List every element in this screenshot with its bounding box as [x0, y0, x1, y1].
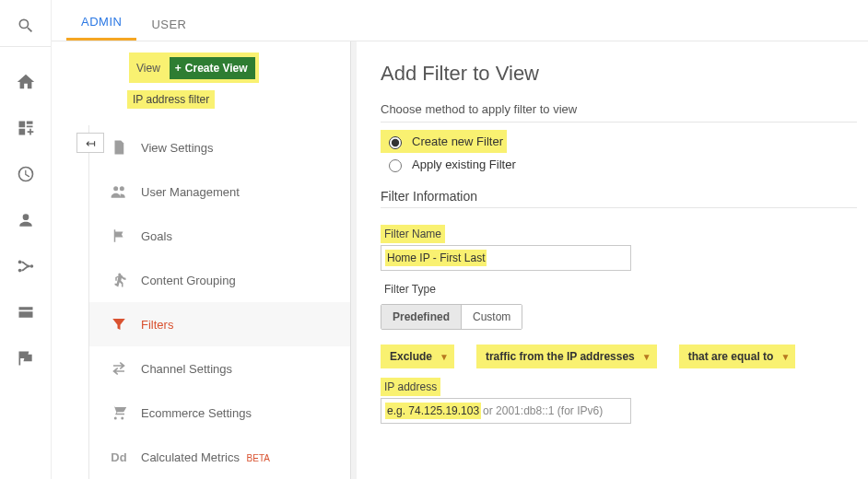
view-name-label: IP address filter: [127, 90, 215, 109]
back-button[interactable]: ↤: [76, 133, 104, 153]
filter-name-label: Filter Name: [381, 225, 445, 243]
top-tabs: ADMIN USER: [52, 0, 868, 41]
nav-channel-settings[interactable]: Channel Settings: [89, 346, 350, 391]
view-label: View: [136, 62, 160, 75]
seg-custom[interactable]: Custom: [461, 305, 522, 329]
svg-point-1: [18, 269, 21, 273]
plus-icon: +: [175, 62, 182, 75]
chevron-down-icon: ▼: [642, 352, 651, 362]
chevron-down-icon: ▼: [780, 352, 790, 362]
view-nav: ↤ View Settings User Management: [88, 125, 350, 479]
cart-icon: [110, 403, 128, 422]
person-icon[interactable]: [15, 209, 37, 231]
svg-point-2: [29, 264, 33, 268]
create-view-button[interactable]: + Create View: [170, 57, 255, 79]
search-icon[interactable]: [15, 15, 37, 37]
document-icon: [110, 138, 128, 157]
page-title: Add Filter to View: [381, 62, 857, 86]
nav-view-settings[interactable]: View Settings: [89, 125, 350, 169]
chevron-down-icon: ▼: [440, 352, 449, 362]
filter-type-label: Filter Type: [381, 280, 440, 298]
flow-icon[interactable]: [15, 255, 37, 277]
home-icon[interactable]: [15, 71, 37, 93]
radio-create-input[interactable]: [389, 136, 402, 149]
dd-expression[interactable]: that are equal to ▼: [679, 345, 796, 368]
flag-icon[interactable]: [15, 347, 37, 369]
tab-admin[interactable]: ADMIN: [66, 4, 136, 41]
tab-user[interactable]: USER: [136, 6, 201, 41]
seg-predefined[interactable]: Predefined: [381, 305, 461, 329]
dd-exclude[interactable]: Exclude ▼: [381, 345, 454, 368]
dashboard-add-icon[interactable]: [15, 117, 37, 139]
method-label: Choose method to apply filter to view: [381, 102, 857, 116]
card-icon[interactable]: [15, 301, 37, 323]
filter-name-input[interactable]: Home IP - First Last: [381, 245, 631, 271]
person-run-icon: [110, 271, 128, 289]
left-icon-rail: [0, 0, 51, 479]
radio-apply-existing[interactable]: Apply existing Filter: [381, 153, 857, 176]
clock-icon[interactable]: [15, 163, 37, 185]
svg-point-3: [113, 186, 118, 191]
nav-ecommerce-settings[interactable]: Ecommerce Settings: [89, 391, 350, 435]
dd-traffic-source[interactable]: traffic from the IP addresses ▼: [476, 345, 657, 368]
ip-address-input[interactable]: e.g. 74.125.19.103 or 2001:db8::1 (for I…: [381, 398, 631, 424]
radio-create-new[interactable]: Create new Filter: [381, 130, 507, 153]
nav-calculated-metrics[interactable]: Dd Calculated Metrics BETA: [89, 435, 350, 479]
nav-user-management[interactable]: User Management: [89, 169, 350, 214]
flag-solid-icon: [110, 227, 128, 245]
svg-point-4: [120, 186, 124, 191]
dd-icon: Dd: [110, 448, 128, 466]
ip-address-label: IP address: [381, 378, 440, 396]
swap-icon: [110, 359, 128, 378]
content: ADMIN USER View + Create View IP address…: [51, 0, 868, 479]
main-panel: Add Filter to View Choose method to appl…: [357, 41, 868, 479]
filter-type-segment: Predefined Custom: [381, 304, 522, 330]
funnel-icon: [110, 315, 128, 333]
beta-badge: BETA: [247, 453, 270, 463]
nav-content-grouping[interactable]: Content Grouping: [89, 258, 350, 302]
nav-goals[interactable]: Goals: [89, 214, 350, 258]
filter-info-heading: Filter Information: [381, 189, 857, 204]
nav-filters[interactable]: Filters: [89, 302, 350, 346]
svg-point-0: [18, 261, 21, 264]
people-icon: [110, 182, 128, 201]
view-column: View + Create View IP address filter ↤ V…: [52, 41, 351, 479]
radio-existing-input[interactable]: [389, 159, 402, 172]
view-header: View + Create View: [129, 53, 259, 83]
